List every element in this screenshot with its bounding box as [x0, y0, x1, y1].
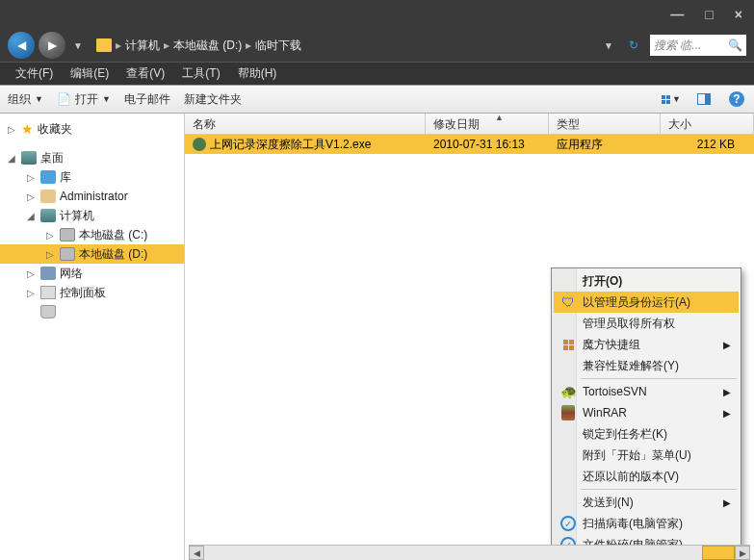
history-dropdown[interactable]: ▼ [69, 40, 87, 51]
email-button[interactable]: 电子邮件 [124, 91, 170, 108]
help-button[interactable]: ? [727, 89, 746, 109]
forward-button[interactable]: ▶ [39, 32, 65, 59]
tree-control-panel[interactable]: ▷控制面板 [0, 283, 184, 302]
tree-drive-c[interactable]: ▷本地磁盘 (C:) [0, 225, 184, 244]
col-name[interactable]: 名称 [185, 114, 426, 134]
ctx-tortoisesvn[interactable]: 🐢TortoiseSVN▶ [554, 381, 739, 402]
context-menu: 打开(O) 🛡以管理员身份运行(A) 管理员取得所有权 魔方快捷组▶ 兼容性疑难… [551, 267, 741, 560]
back-button[interactable]: ◀ [8, 32, 35, 59]
folder-icon [96, 38, 112, 52]
control-panel-icon [40, 286, 56, 299]
ctx-send-to[interactable]: 发送到(N)▶ [554, 492, 739, 513]
scroll-thumb[interactable] [702, 546, 735, 560]
breadcrumb[interactable]: ▸ 计算机 ▸ 本地磁盘 (D:) ▸ 临时下载 [91, 38, 596, 54]
column-headers: 名称 修改日期 类型 大小 [185, 114, 754, 135]
menu-help[interactable]: 帮助(H) [230, 64, 285, 84]
star-icon: ★ [21, 121, 34, 137]
maximize-button[interactable]: □ [705, 7, 713, 22]
breadcrumb-seg[interactable]: 临时下载 [255, 38, 301, 54]
newfolder-button[interactable]: 新建文件夹 [184, 91, 242, 108]
refresh-button[interactable]: ↻ [621, 38, 646, 52]
scroll-right-button[interactable]: ▶ [735, 546, 750, 560]
sort-indicator-icon: ▲ [495, 113, 504, 122]
breadcrumb-seg[interactable]: 本地磁盘 (D:) [173, 38, 242, 54]
file-row[interactable]: 上网记录深度擦除工具V1.2.exe 2010-07-31 16:13 应用程序… [185, 135, 754, 154]
ctx-open[interactable]: 打开(O) [554, 270, 739, 292]
menu-file[interactable]: 文件(F) [8, 64, 61, 84]
winrar-icon [559, 404, 577, 421]
navigation-tree: ▷★收藏夹 ◢桌面 ▷库 ▷Administrator ◢计算机 ▷本地磁盘 (… [0, 114, 185, 560]
tree-admin[interactable]: ▷Administrator [0, 187, 184, 206]
tree-computer[interactable]: ◢计算机 [0, 206, 184, 225]
minimize-button[interactable]: — [670, 7, 684, 22]
ctx-scan-virus[interactable]: ✓扫描病毒(电脑管家) [554, 513, 739, 534]
horizontal-scrollbar[interactable]: ◀ ▶ [189, 545, 750, 560]
drive-icon [60, 247, 75, 261]
open-button[interactable]: 📄打开 ▼ [57, 91, 111, 108]
desktop-icon [21, 151, 37, 165]
network-icon [40, 267, 56, 280]
tortoise-icon: 🐢 [559, 383, 577, 400]
recycle-icon [40, 305, 56, 318]
user-icon [40, 190, 56, 203]
tree-recycle-bin[interactable] [0, 302, 184, 321]
drive-icon [60, 228, 75, 242]
tree-favorites[interactable]: ▷★收藏夹 [0, 119, 184, 139]
ctx-run-as-admin[interactable]: 🛡以管理员身份运行(A) [554, 292, 739, 313]
library-icon [40, 170, 56, 184]
menu-view[interactable]: 查看(V) [118, 64, 172, 84]
shield-check-icon: ✓ [559, 515, 577, 532]
menu-edit[interactable]: 编辑(E) [63, 64, 117, 84]
tree-libraries[interactable]: ▷库 [0, 167, 184, 187]
tree-drive-d[interactable]: ▷本地磁盘 (D:) [0, 244, 184, 264]
ctx-mofang[interactable]: 魔方快捷组▶ [554, 334, 739, 355]
view-options-button[interactable]: ▼ [662, 89, 681, 109]
ctx-restore-versions[interactable]: 还原以前的版本(V) [554, 466, 739, 487]
ctx-winrar[interactable]: WinRAR▶ [554, 402, 739, 423]
exe-icon [193, 138, 206, 151]
organize-button[interactable]: 组织 ▼ [8, 91, 43, 108]
preview-pane-button[interactable] [694, 89, 714, 109]
search-icon: 🔍 [728, 38, 742, 52]
ctx-pin-taskbar[interactable]: 锁定到任务栏(K) [554, 423, 739, 445]
menu-tools[interactable]: 工具(T) [174, 64, 227, 84]
computer-icon [40, 209, 56, 222]
col-type[interactable]: 类型 [549, 114, 661, 134]
ctx-compat[interactable]: 兼容性疑难解答(Y) [554, 355, 739, 376]
search-input[interactable]: 搜索 临... 🔍 [650, 35, 746, 56]
col-date[interactable]: 修改日期 [426, 114, 549, 134]
path-dropdown[interactable]: ▼ [600, 40, 617, 51]
ctx-take-ownership[interactable]: 管理员取得所有权 [554, 313, 739, 334]
breadcrumb-seg[interactable]: 计算机 [125, 38, 160, 54]
shield-icon: 🛡 [559, 293, 577, 311]
ctx-pin-start[interactable]: 附到「开始」菜单(U) [554, 445, 739, 466]
scroll-left-button[interactable]: ◀ [189, 546, 204, 560]
tree-desktop[interactable]: ◢桌面 [0, 148, 184, 167]
grid-icon [559, 336, 577, 353]
close-button[interactable]: × [735, 7, 742, 22]
tree-network[interactable]: ▷网络 [0, 264, 184, 283]
col-size[interactable]: 大小 [661, 114, 754, 134]
